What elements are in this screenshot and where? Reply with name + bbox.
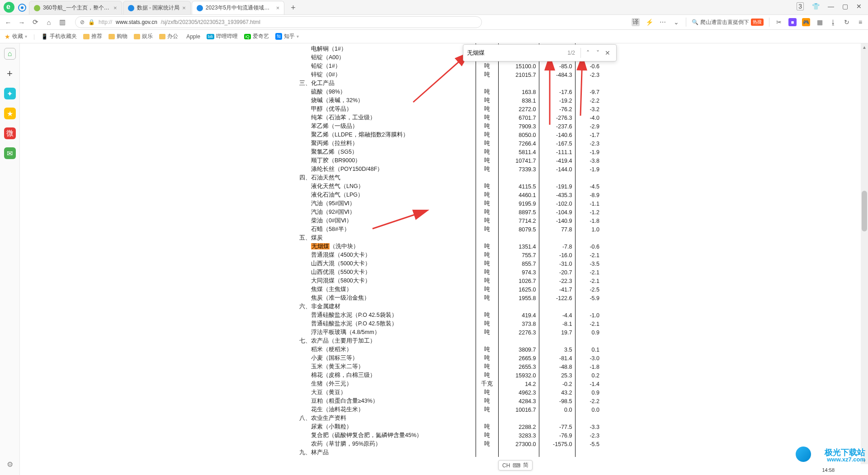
find-input[interactable] — [467, 50, 564, 56]
row-value-2: -167.5 — [539, 139, 575, 148]
category-label: 九、林产品 — [286, 448, 476, 457]
row-name: 小麦（国标三等） — [286, 354, 476, 362]
folder-icon — [83, 34, 90, 39]
tab-close-icon[interactable]: × — [276, 5, 280, 11]
window-minimize-icon[interactable]: — — [828, 3, 834, 10]
rail-settings-icon[interactable]: ⚙ — [7, 460, 13, 469]
rail-home-icon[interactable]: ⌂ — [4, 48, 16, 60]
tab-1[interactable]: 数据 - 国家统计局 × — [123, 1, 191, 14]
row-value-3: -2.5 — [575, 285, 602, 294]
row-value-3: 0.0 — [575, 405, 602, 414]
row-value-1: 7339.3 — [498, 165, 539, 174]
row-value-2: -140.9 — [539, 216, 575, 225]
row-value-2: -111.1 — [539, 148, 575, 156]
row-value-2: -77.5 — [539, 423, 575, 431]
row-value-3: -0.6 — [575, 242, 602, 251]
row-name: 复合肥（硫酸钾复合肥，氮磷钾含量45%） — [286, 431, 476, 440]
rail-app1-icon[interactable]: ✦ — [4, 88, 16, 99]
row-unit: 吨 — [476, 122, 498, 131]
hot-search[interactable]: 🔍 爬山遭雷击直挺倒下 热搜 — [692, 19, 764, 26]
row-unit: 吨 — [476, 251, 498, 259]
row-unit: 吨 — [476, 182, 498, 191]
nav-back-button[interactable]: ← — [4, 18, 13, 27]
grid-icon[interactable]: ▦ — [816, 18, 824, 26]
ime-indicator[interactable]: CH ⌨ 简 — [498, 460, 533, 470]
row-value-2: -7.8 — [539, 242, 575, 251]
toolbar-right: 译 ⚡ ⋯ ⌄ 🔍 爬山遭雷击直挺倒下 热搜 ✂ ■ 🎮 ▦ ⭳ ↻ ≡ — [632, 18, 864, 27]
rail-mail-icon[interactable]: ✉ — [4, 147, 16, 159]
bookmark-zhihu[interactable]: 知知乎▾ — [275, 33, 299, 40]
bookmark-apple[interactable]: Apple — [184, 33, 200, 40]
bookmark-office[interactable]: 办公 — [159, 33, 178, 40]
nav-apps-button[interactable]: ▥ — [58, 18, 67, 27]
category-label: 八、农业生产资料 — [286, 414, 476, 423]
row-value-1: 27300.0 — [498, 440, 539, 448]
ext-orange-icon[interactable]: 🎮 — [802, 18, 810, 26]
nav-reload-button[interactable]: ⟳ — [31, 18, 40, 27]
nav-forward-button[interactable]: → — [17, 18, 26, 27]
find-next-button[interactable]: ˅ — [593, 48, 603, 58]
tab-close-icon[interactable]: × — [113, 5, 117, 11]
row-value-3: -5.5 — [575, 440, 602, 448]
bookmark-mobile[interactable]: 📱手机收藏夹 — [41, 33, 77, 40]
row-value-2: -0.2 — [539, 380, 575, 388]
row-value-2: 19.7 — [539, 328, 575, 337]
row-name: 涤纶长丝（POY150D/48F） — [286, 165, 476, 174]
bookmark-recommend[interactable]: 推荐 — [83, 33, 102, 40]
tab-0[interactable]: 360导航_一个主页，整个世界 × — [29, 1, 122, 14]
window-close-icon[interactable]: ✕ — [856, 3, 862, 10]
row-unit: 吨 — [476, 328, 498, 337]
row-value-1: 419.4 — [498, 311, 539, 320]
rail-app2-icon[interactable]: ★ — [4, 108, 16, 119]
bookmark-entertainment[interactable]: 娱乐 — [134, 33, 153, 40]
window-maximize-icon[interactable]: ▢ — [842, 3, 848, 10]
category-label: 七、农产品（主要用于加工） — [286, 337, 476, 345]
row-value-3: 0.1 — [575, 345, 602, 354]
row-value-1: 855.7 — [498, 259, 539, 268]
menu-icon[interactable]: ≡ — [856, 18, 864, 26]
search-icon: 🔍 — [692, 19, 698, 25]
row-unit: 吨 — [476, 96, 498, 105]
browser-secondary-icon[interactable] — [18, 4, 26, 12]
hot-tag: 热搜 — [751, 19, 764, 26]
chevron-down-icon[interactable]: ⌄ — [672, 18, 680, 26]
row-value-3: -3.3 — [575, 423, 602, 431]
ext-purple-icon[interactable]: ■ — [788, 18, 797, 26]
flash-icon[interactable]: ⚡ — [645, 18, 653, 26]
page-viewport: 1/2 ˄ ˅ ✕ 二、有色金属电解铜（1#）吨65315.0-1893.0-2… — [20, 43, 868, 475]
rail-add-icon[interactable]: + — [4, 68, 16, 80]
bookmark-bilibili[interactable]: bili哔哩哔哩 — [207, 33, 238, 40]
translate-icon[interactable]: 译 — [632, 18, 640, 26]
bookmark-shopping[interactable]: 购物 — [108, 33, 127, 40]
scroll-thumb[interactable] — [862, 191, 867, 231]
tab-favicon-icon — [128, 5, 134, 11]
vertical-scrollbar[interactable]: ▲ ▼ — [861, 43, 868, 464]
history-icon[interactable]: ↻ — [843, 18, 851, 26]
scissors-icon[interactable]: ✂ — [775, 18, 783, 26]
rail-weibo-icon[interactable]: 微 — [4, 127, 16, 139]
scroll-up-icon[interactable]: ▲ — [861, 43, 868, 51]
row-value-2: -435.3 — [539, 191, 575, 199]
tab-title: 2023年5月中旬流通领域重要 — [206, 4, 274, 12]
row-value-2: -1575.0 — [539, 440, 575, 448]
find-close-button[interactable]: ✕ — [603, 48, 613, 58]
tab-2[interactable]: 2023年5月中旬流通领域重要 × — [192, 1, 285, 14]
bookmark-iqiyi[interactable]: iQ爱奇艺 — [244, 33, 269, 40]
row-name: 山西大混（5000大卡） — [286, 259, 476, 268]
browser-logo-icon[interactable] — [4, 2, 14, 13]
new-tab-button[interactable]: + — [287, 2, 299, 14]
nav-home-button[interactable]: ⌂ — [44, 18, 53, 27]
window-skin-icon[interactable]: 👕 — [812, 3, 820, 10]
more-menu-icon[interactable]: ⋯ — [659, 18, 667, 26]
tab-close-icon[interactable]: × — [182, 5, 186, 11]
row-value-2: -16.0 — [539, 251, 575, 259]
row-name: 生猪（外三元） — [286, 380, 476, 388]
row-value-1: 9195.9 — [498, 199, 539, 208]
download-icon[interactable]: ⭳ — [829, 18, 837, 26]
row-value-1: 8079.5 — [498, 225, 539, 234]
row-value-2: -22.3 — [539, 277, 575, 285]
find-prev-button[interactable]: ˄ — [583, 48, 593, 58]
bookmark-favorites[interactable]: ★收藏▾ — [5, 33, 27, 40]
url-input[interactable]: ⊘ 🔒 http://www.stats.gov.cn/sj/zxfb/2023… — [75, 16, 482, 28]
row-value-1: 974.3 — [498, 268, 539, 277]
